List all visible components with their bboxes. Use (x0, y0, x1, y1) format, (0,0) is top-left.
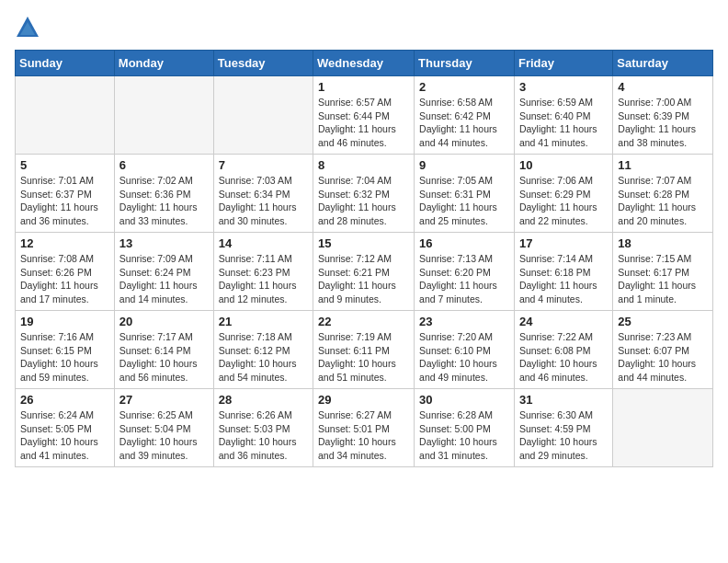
calendar-cell: 7Sunrise: 7:03 AM Sunset: 6:34 PM Daylig… (213, 155, 313, 233)
calendar-cell: 23Sunrise: 7:20 AM Sunset: 6:10 PM Dayli… (415, 311, 515, 389)
day-info: Sunrise: 7:08 AM Sunset: 6:26 PM Dayligh… (20, 252, 109, 306)
day-info: Sunrise: 6:24 AM Sunset: 5:05 PM Dayligh… (20, 408, 109, 463)
day-info: Sunrise: 7:06 AM Sunset: 6:29 PM Dayligh… (519, 174, 608, 228)
day-number: 16 (419, 236, 509, 250)
day-number: 30 (419, 393, 509, 407)
day-info: Sunrise: 7:07 AM Sunset: 6:28 PM Dayligh… (618, 174, 708, 228)
day-info: Sunrise: 7:18 AM Sunset: 6:12 PM Dayligh… (219, 330, 308, 385)
day-number: 14 (219, 236, 308, 250)
page-header (15, 15, 713, 40)
calendar-cell: 25Sunrise: 7:23 AM Sunset: 6:07 PM Dayli… (613, 311, 713, 389)
day-info: Sunrise: 7:19 AM Sunset: 6:11 PM Dayligh… (318, 330, 409, 385)
day-number: 17 (519, 236, 608, 250)
day-info: Sunrise: 6:57 AM Sunset: 6:44 PM Dayligh… (318, 96, 409, 150)
day-info: Sunrise: 7:01 AM Sunset: 6:37 PM Dayligh… (20, 174, 109, 228)
day-info: Sunrise: 7:00 AM Sunset: 6:39 PM Dayligh… (618, 96, 708, 150)
day-number: 2 (419, 80, 509, 94)
day-number: 10 (519, 158, 608, 172)
day-info: Sunrise: 7:04 AM Sunset: 6:32 PM Dayligh… (318, 174, 409, 228)
calendar-cell: 9Sunrise: 7:05 AM Sunset: 6:31 PM Daylig… (415, 155, 515, 233)
week-row-2: 5Sunrise: 7:01 AM Sunset: 6:37 PM Daylig… (16, 155, 713, 233)
day-info: Sunrise: 7:05 AM Sunset: 6:31 PM Dayligh… (419, 174, 509, 228)
day-number: 18 (618, 236, 708, 250)
day-info: Sunrise: 6:59 AM Sunset: 6:40 PM Dayligh… (519, 96, 608, 150)
day-info: Sunrise: 6:27 AM Sunset: 5:01 PM Dayligh… (318, 408, 409, 463)
day-number: 20 (119, 315, 209, 328)
calendar: SundayMondayTuesdayWednesdayThursdayFrid… (15, 50, 713, 467)
day-info: Sunrise: 7:11 AM Sunset: 6:23 PM Dayligh… (219, 252, 308, 306)
day-info: Sunrise: 7:02 AM Sunset: 6:36 PM Dayligh… (119, 174, 209, 228)
day-number: 26 (20, 393, 109, 407)
day-info: Sunrise: 7:15 AM Sunset: 6:17 PM Dayligh… (618, 252, 708, 306)
header-sunday: Sunday (16, 51, 115, 76)
calendar-cell (114, 76, 213, 155)
calendar-cell: 6Sunrise: 7:02 AM Sunset: 6:36 PM Daylig… (114, 155, 213, 233)
calendar-cell: 18Sunrise: 7:15 AM Sunset: 6:17 PM Dayli… (613, 233, 713, 311)
day-number: 21 (219, 315, 308, 328)
calendar-cell: 12Sunrise: 7:08 AM Sunset: 6:26 PM Dayli… (16, 233, 115, 311)
day-number: 4 (618, 80, 708, 94)
calendar-cell: 10Sunrise: 7:06 AM Sunset: 6:29 PM Dayli… (514, 155, 612, 233)
day-info: Sunrise: 7:17 AM Sunset: 6:14 PM Dayligh… (119, 330, 209, 385)
day-info: Sunrise: 7:09 AM Sunset: 6:24 PM Dayligh… (119, 252, 209, 306)
calendar-cell: 11Sunrise: 7:07 AM Sunset: 6:28 PM Dayli… (613, 155, 713, 233)
day-number: 1 (318, 80, 409, 94)
day-info: Sunrise: 6:26 AM Sunset: 5:03 PM Dayligh… (219, 408, 308, 463)
day-number: 3 (519, 80, 608, 94)
calendar-cell: 27Sunrise: 6:25 AM Sunset: 5:04 PM Dayli… (114, 389, 213, 467)
header-friday: Friday (514, 51, 612, 76)
calendar-cell: 30Sunrise: 6:28 AM Sunset: 5:00 PM Dayli… (415, 389, 515, 467)
day-info: Sunrise: 6:58 AM Sunset: 6:42 PM Dayligh… (419, 96, 509, 150)
day-number: 24 (519, 315, 608, 328)
day-number: 7 (219, 158, 308, 172)
day-number: 27 (119, 393, 209, 407)
day-number: 29 (318, 393, 409, 407)
calendar-cell: 29Sunrise: 6:27 AM Sunset: 5:01 PM Dayli… (313, 389, 415, 467)
day-number: 31 (519, 393, 608, 407)
day-number: 5 (20, 158, 109, 172)
week-row-3: 12Sunrise: 7:08 AM Sunset: 6:26 PM Dayli… (16, 233, 713, 311)
calendar-cell (213, 76, 313, 155)
calendar-cell: 28Sunrise: 6:26 AM Sunset: 5:03 PM Dayli… (213, 389, 313, 467)
calendar-cell: 16Sunrise: 7:13 AM Sunset: 6:20 PM Dayli… (415, 233, 515, 311)
day-info: Sunrise: 7:12 AM Sunset: 6:21 PM Dayligh… (318, 252, 409, 306)
calendar-cell: 15Sunrise: 7:12 AM Sunset: 6:21 PM Dayli… (313, 233, 415, 311)
calendar-cell: 19Sunrise: 7:16 AM Sunset: 6:15 PM Dayli… (16, 311, 115, 389)
header-saturday: Saturday (613, 51, 713, 76)
week-row-1: 1Sunrise: 6:57 AM Sunset: 6:44 PM Daylig… (16, 76, 713, 155)
day-info: Sunrise: 7:20 AM Sunset: 6:10 PM Dayligh… (419, 330, 509, 385)
header-thursday: Thursday (415, 51, 515, 76)
calendar-cell: 21Sunrise: 7:18 AM Sunset: 6:12 PM Dayli… (213, 311, 313, 389)
calendar-header-row: SundayMondayTuesdayWednesdayThursdayFrid… (16, 51, 713, 76)
day-number: 15 (318, 236, 409, 250)
day-number: 6 (119, 158, 209, 172)
day-number: 23 (419, 315, 509, 328)
day-number: 8 (318, 158, 409, 172)
day-info: Sunrise: 7:13 AM Sunset: 6:20 PM Dayligh… (419, 252, 509, 306)
week-row-4: 19Sunrise: 7:16 AM Sunset: 6:15 PM Dayli… (16, 311, 713, 389)
header-tuesday: Tuesday (213, 51, 313, 76)
day-number: 25 (618, 315, 708, 328)
day-number: 11 (618, 158, 708, 172)
day-info: Sunrise: 6:28 AM Sunset: 5:00 PM Dayligh… (419, 408, 509, 463)
day-info: Sunrise: 7:03 AM Sunset: 6:34 PM Dayligh… (219, 174, 308, 228)
calendar-cell: 20Sunrise: 7:17 AM Sunset: 6:14 PM Dayli… (114, 311, 213, 389)
calendar-cell (613, 389, 713, 467)
calendar-cell: 31Sunrise: 6:30 AM Sunset: 4:59 PM Dayli… (514, 389, 612, 467)
header-wednesday: Wednesday (313, 51, 415, 76)
calendar-cell: 14Sunrise: 7:11 AM Sunset: 6:23 PM Dayli… (213, 233, 313, 311)
calendar-cell: 4Sunrise: 7:00 AM Sunset: 6:39 PM Daylig… (613, 76, 713, 155)
day-info: Sunrise: 7:14 AM Sunset: 6:18 PM Dayligh… (519, 252, 608, 306)
day-number: 22 (318, 315, 409, 328)
day-number: 13 (119, 236, 209, 250)
day-number: 19 (20, 315, 109, 328)
day-number: 12 (20, 236, 109, 250)
day-number: 9 (419, 158, 509, 172)
logo-icon (15, 15, 40, 40)
day-number: 28 (219, 393, 308, 407)
calendar-cell: 24Sunrise: 7:22 AM Sunset: 6:08 PM Dayli… (514, 311, 612, 389)
day-info: Sunrise: 7:23 AM Sunset: 6:07 PM Dayligh… (618, 330, 708, 385)
calendar-cell: 1Sunrise: 6:57 AM Sunset: 6:44 PM Daylig… (313, 76, 415, 155)
day-info: Sunrise: 6:25 AM Sunset: 5:04 PM Dayligh… (119, 408, 209, 463)
calendar-cell: 3Sunrise: 6:59 AM Sunset: 6:40 PM Daylig… (514, 76, 612, 155)
